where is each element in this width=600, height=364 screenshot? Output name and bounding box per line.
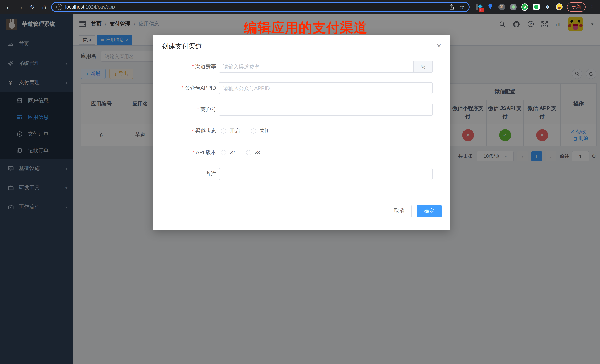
field-appid: 公众号APPID bbox=[153, 82, 450, 94]
screen: ← → ↻ ⌂ i localhost:1024/pay/app ☆ 10 ⌘ … bbox=[0, 0, 600, 364]
annotation-text: 编辑应用的支付渠道 bbox=[244, 19, 367, 37]
merchant-label: 商户号 bbox=[153, 106, 219, 113]
status-open-radio[interactable]: 开启 bbox=[221, 128, 240, 134]
extension-chat-icon[interactable] bbox=[533, 3, 540, 10]
radio-circle-icon bbox=[251, 128, 256, 134]
api-v2-radio[interactable]: v2 bbox=[221, 150, 235, 155]
browser-forward-icon[interactable]: → bbox=[16, 2, 25, 12]
profile-emoji-icon[interactable] bbox=[556, 3, 562, 10]
share-icon[interactable] bbox=[449, 4, 454, 10]
field-api-version: API 版本 v2 v3 bbox=[153, 147, 450, 158]
bookmark-star-icon[interactable]: ☆ bbox=[459, 3, 464, 10]
remark-label: 备注 bbox=[153, 171, 219, 177]
browser-menu-icon[interactable]: ⋮ bbox=[588, 3, 596, 10]
field-merchant: 商户号 bbox=[153, 104, 450, 116]
browser-back-icon[interactable]: ← bbox=[4, 2, 13, 12]
dialog-title: 创建支付渠道 bbox=[162, 42, 437, 51]
api-version-radio-group: v2 v3 bbox=[219, 150, 260, 155]
merchant-input[interactable] bbox=[219, 104, 433, 116]
extension-record-icon[interactable] bbox=[510, 3, 517, 10]
rate-input[interactable] bbox=[219, 61, 413, 73]
browser-toolbar: ← → ↻ ⌂ i localhost:1024/pay/app ☆ 10 ⌘ … bbox=[0, 0, 600, 14]
api-version-label: API 版本 bbox=[153, 149, 219, 156]
address-bar[interactable]: i localhost:1024/pay/app ☆ bbox=[51, 2, 469, 12]
confirm-button[interactable]: 确定 bbox=[417, 205, 442, 217]
status-label: 渠道状态 bbox=[153, 128, 219, 134]
site-info-icon[interactable]: i bbox=[56, 4, 62, 10]
appid-label: 公众号APPID bbox=[153, 85, 219, 91]
app-root: 芋道管理系统 首页 系统管理 ▾ ¥ 支付管理 ▴ bbox=[0, 14, 600, 364]
url-text[interactable]: localhost:1024/pay/app bbox=[65, 4, 446, 10]
status-radio-group: 开启 关闭 bbox=[219, 128, 270, 134]
api-v3-radio[interactable]: v3 bbox=[246, 150, 260, 155]
field-rate: 渠道费率 % bbox=[153, 61, 450, 73]
status-close-radio[interactable]: 关闭 bbox=[251, 128, 270, 134]
remark-input[interactable] bbox=[219, 168, 433, 180]
create-pay-channel-dialog: 创建支付渠道 ✕ 渠道费率 % 公众号APPID bbox=[153, 35, 450, 230]
cancel-button[interactable]: 取消 bbox=[386, 205, 412, 217]
extensions-area: 10 ⌘ y ❖ bbox=[472, 3, 565, 10]
dialog-footer: 取消 确定 bbox=[153, 190, 450, 217]
extension-diamond-icon[interactable]: 10 bbox=[476, 3, 482, 10]
dialog-header: 创建支付渠道 ✕ bbox=[153, 35, 450, 51]
extension-kite-icon[interactable] bbox=[487, 3, 494, 10]
browser-home-icon[interactable]: ⌂ bbox=[39, 2, 49, 12]
browser-update-button[interactable]: 更新 bbox=[567, 2, 586, 12]
percent-suffix: % bbox=[413, 61, 433, 73]
extension-command-icon[interactable]: ⌘ bbox=[498, 3, 505, 10]
radio-circle-icon bbox=[221, 128, 226, 134]
close-dialog-icon[interactable]: ✕ bbox=[437, 43, 441, 49]
field-remark: 备注 bbox=[153, 168, 450, 180]
radio-circle-icon bbox=[246, 150, 251, 155]
field-status: 渠道状态 开启 关闭 bbox=[153, 125, 450, 137]
dialog-body: 渠道费率 % 公众号APPID 商户号 bbox=[153, 51, 450, 180]
appid-input[interactable] bbox=[219, 82, 433, 94]
extension-y-icon[interactable]: y bbox=[521, 3, 528, 10]
browser-refresh-icon[interactable]: ↻ bbox=[28, 2, 37, 12]
radio-circle-icon bbox=[221, 150, 226, 155]
extensions-puzzle-icon[interactable]: ❖ bbox=[544, 3, 551, 10]
rate-label: 渠道费率 bbox=[153, 63, 219, 70]
